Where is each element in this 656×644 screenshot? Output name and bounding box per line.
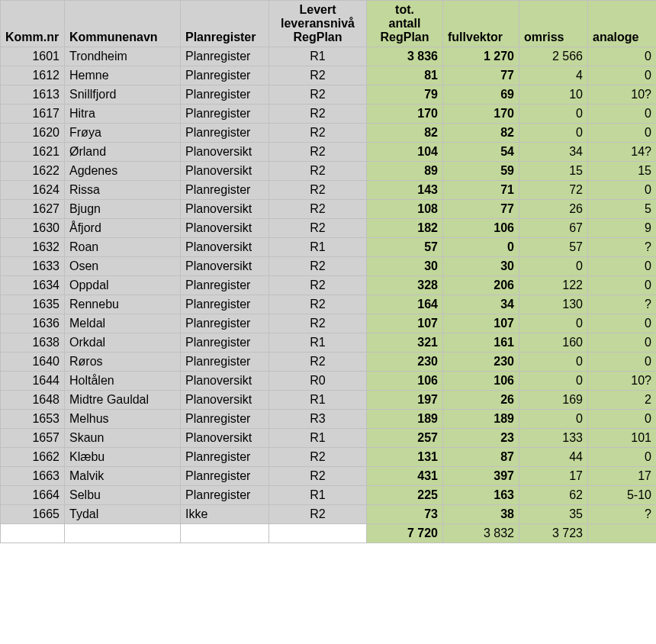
kommune-table: Komm.nr Kommunenavn Planregister Levert … [0, 0, 656, 543]
cell-omriss: 67 [519, 219, 588, 238]
cell-omriss: 122 [519, 276, 588, 295]
table-row: 1634OppdalPlanregisterR23282061220 [1, 276, 657, 295]
cell-analoge: 0 [588, 448, 657, 467]
table-row: 1662KlæbuPlanregisterR213187440 [1, 448, 657, 467]
cell-fullv: 106 [443, 372, 519, 391]
cell-tot: 82 [367, 124, 443, 143]
header-omriss: omriss [519, 1, 588, 47]
cell-navn: Bjugn [65, 200, 181, 219]
cell-lev: R1 [269, 486, 367, 505]
cell-fullv: 106 [443, 219, 519, 238]
table-row: 1624RissaPlanregisterR214371720 [1, 181, 657, 200]
cell-tot: 108 [367, 200, 443, 219]
cell-navn: Skaun [65, 429, 181, 448]
table-row: 1663MalvikPlanregisterR24313971717 [1, 467, 657, 486]
cell-analoge: ? [588, 238, 657, 257]
cell-analoge: 10? [588, 372, 657, 391]
cell-tot: 431 [367, 467, 443, 486]
cell-komm: 1621 [1, 143, 65, 162]
cell-lev: R1 [269, 333, 367, 353]
cell-lev: R2 [269, 200, 367, 219]
cell-lev: R1 [269, 391, 367, 410]
cell-fullv: 230 [443, 353, 519, 372]
cell-komm: 1634 [1, 276, 65, 295]
cell-omriss: 133 [519, 429, 588, 448]
cell-navn: Røros [65, 353, 181, 372]
cell-analoge: ? [588, 295, 657, 314]
cell-lev: R2 [269, 105, 367, 124]
cell-analoge: 0 [588, 353, 657, 372]
cell-omriss: 160 [519, 333, 588, 353]
table-row: 1657SkaunPlanoversiktR125723133101 [1, 429, 657, 448]
cell-planreg: Planregister [181, 295, 269, 314]
cell-planreg: Planoversikt [181, 162, 269, 181]
cell-lev: R2 [269, 353, 367, 372]
table-row: 1638OrkdalPlanregisterR13211611600 [1, 333, 657, 353]
table-row: 1644HoltålenPlanoversiktR0106106010? [1, 372, 657, 391]
cell-fullv: 71 [443, 181, 519, 200]
cell-analoge: 0 [588, 47, 657, 66]
cell-analoge: 0 [588, 105, 657, 124]
cell-tot: 3 836 [367, 47, 443, 66]
cell-fullv: 206 [443, 276, 519, 295]
header-row: Komm.nr Kommunenavn Planregister Levert … [1, 1, 657, 47]
cell-tot: 197 [367, 391, 443, 410]
table-row: 1653MelhusPlanregisterR318918900 [1, 410, 657, 429]
cell-tot: 106 [367, 372, 443, 391]
cell-analoge: 0 [588, 124, 657, 143]
header-lev: Levert leveransnivå RegPlan [269, 1, 367, 47]
table-row: 1632RoanPlanoversiktR157057? [1, 238, 657, 257]
cell-navn: Frøya [65, 124, 181, 143]
cell-lev: R2 [269, 66, 367, 85]
cell-komm: 1662 [1, 448, 65, 467]
cell-lev: R1 [269, 429, 367, 448]
cell-fullv: 77 [443, 200, 519, 219]
cell-omriss: 57 [519, 238, 588, 257]
cell-tot: 30 [367, 257, 443, 276]
cell-tot: 143 [367, 181, 443, 200]
cell-analoge: 0 [588, 66, 657, 85]
cell-lev: R2 [269, 276, 367, 295]
cell-omriss: 15 [519, 162, 588, 181]
cell-tot: 164 [367, 295, 443, 314]
cell-navn: Snillfjord [65, 85, 181, 105]
table-row: 1612HemnePlanregisterR2817740 [1, 66, 657, 85]
cell-komm: 1630 [1, 219, 65, 238]
total-tot: 7 720 [367, 524, 443, 543]
cell-omriss: 4 [519, 66, 588, 85]
cell-omriss: 0 [519, 105, 588, 124]
cell-analoge: 0 [588, 276, 657, 295]
cell-komm: 1665 [1, 505, 65, 524]
cell-komm: 1622 [1, 162, 65, 181]
cell-fullv: 0 [443, 238, 519, 257]
cell-navn: Tydal [65, 505, 181, 524]
cell-tot: 189 [367, 410, 443, 429]
cell-analoge: 15 [588, 162, 657, 181]
cell-lev: R2 [269, 143, 367, 162]
cell-omriss: 0 [519, 257, 588, 276]
table-row: 1665TydalIkkeR2733835? [1, 505, 657, 524]
cell-planreg: Planregister [181, 448, 269, 467]
cell-lev: R2 [269, 257, 367, 276]
cell-omriss: 2 566 [519, 47, 588, 66]
cell-navn: Midtre Gauldal [65, 391, 181, 410]
cell-navn: Klæbu [65, 448, 181, 467]
cell-lev: R2 [269, 162, 367, 181]
cell-analoge: 17 [588, 467, 657, 486]
table-row: 1622AgdenesPlanoversiktR289591515 [1, 162, 657, 181]
cell-navn: Orkdal [65, 333, 181, 353]
cell-analoge: 2 [588, 391, 657, 410]
cell-tot: 257 [367, 429, 443, 448]
cell-fullv: 69 [443, 85, 519, 105]
cell-analoge: 0 [588, 257, 657, 276]
cell-planreg: Planoversikt [181, 429, 269, 448]
cell-lev: R2 [269, 181, 367, 200]
cell-navn: Osen [65, 257, 181, 276]
cell-lev: R2 [269, 219, 367, 238]
cell-fullv: 23 [443, 429, 519, 448]
cell-tot: 104 [367, 143, 443, 162]
table-body: 1601TrondheimPlanregisterR13 8361 2702 5… [1, 47, 657, 543]
cell-komm: 1663 [1, 467, 65, 486]
cell-planreg: Planoversikt [181, 257, 269, 276]
cell-omriss: 26 [519, 200, 588, 219]
